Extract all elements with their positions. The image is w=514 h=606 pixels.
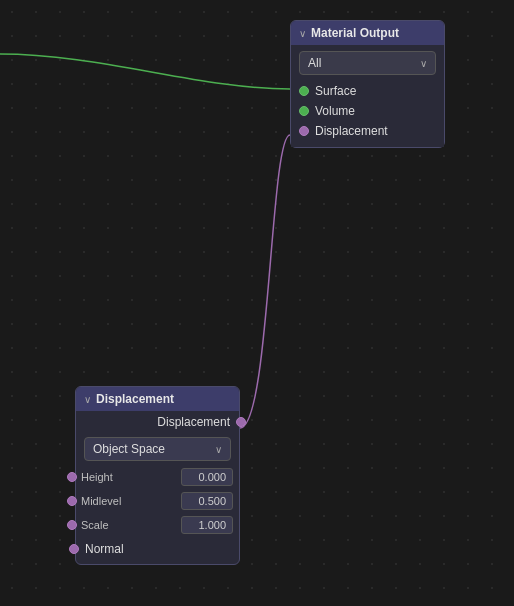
midlevel-value[interactable]: 0.500 (181, 492, 233, 510)
height-socket (67, 472, 77, 482)
volume-label: Volume (315, 104, 355, 118)
displacement-title: Displacement (96, 392, 174, 406)
object-space-dropdown[interactable]: Object Space ∨ (84, 437, 231, 461)
dropdown-value: All (308, 56, 321, 70)
height-field-row: Height 0.000 (76, 465, 239, 489)
displacement-header: ∨ Displacement (76, 387, 239, 411)
displacement-input-label: Displacement (315, 124, 388, 138)
object-space-chevron-icon: ∨ (215, 444, 222, 455)
material-output-dropdown[interactable]: All ∨ (299, 51, 436, 75)
displacement-input-socket-row: Displacement (299, 121, 436, 141)
displacement-chevron[interactable]: ∨ (84, 394, 91, 405)
scale-label: Scale (81, 519, 177, 531)
surface-label: Surface (315, 84, 356, 98)
material-output-body: All ∨ Surface Volume Displacement (291, 45, 444, 147)
material-output-node: ∨ Material Output All ∨ Surface Volume D… (290, 20, 445, 148)
midlevel-field-row: Midlevel 0.500 (76, 489, 239, 513)
normal-label: Normal (85, 542, 124, 556)
height-label: Height (81, 471, 177, 483)
dropdown-chevron-icon: ∨ (420, 58, 427, 69)
volume-socket-row: Volume (299, 101, 436, 121)
scale-value[interactable]: 1.000 (181, 516, 233, 534)
height-value[interactable]: 0.000 (181, 468, 233, 486)
material-output-header: ∨ Material Output (291, 21, 444, 45)
scale-socket (67, 520, 77, 530)
material-output-title: Material Output (311, 26, 399, 40)
scale-field-row: Scale 1.000 (76, 513, 239, 537)
surface-socket (299, 86, 309, 96)
displacement-input-socket (299, 126, 309, 136)
displacement-output-label: Displacement (157, 415, 230, 429)
displacement-output-row: Displacement (76, 411, 239, 433)
volume-socket (299, 106, 309, 116)
normal-socket-row: Normal (76, 537, 239, 564)
object-space-value: Object Space (93, 442, 165, 456)
material-output-chevron[interactable]: ∨ (299, 28, 306, 39)
displacement-node: ∨ Displacement Displacement Object Space… (75, 386, 240, 565)
midlevel-label: Midlevel (81, 495, 177, 507)
midlevel-socket (67, 496, 77, 506)
normal-socket (69, 544, 79, 554)
surface-socket-row: Surface (299, 81, 436, 101)
displacement-output-socket (236, 417, 246, 427)
